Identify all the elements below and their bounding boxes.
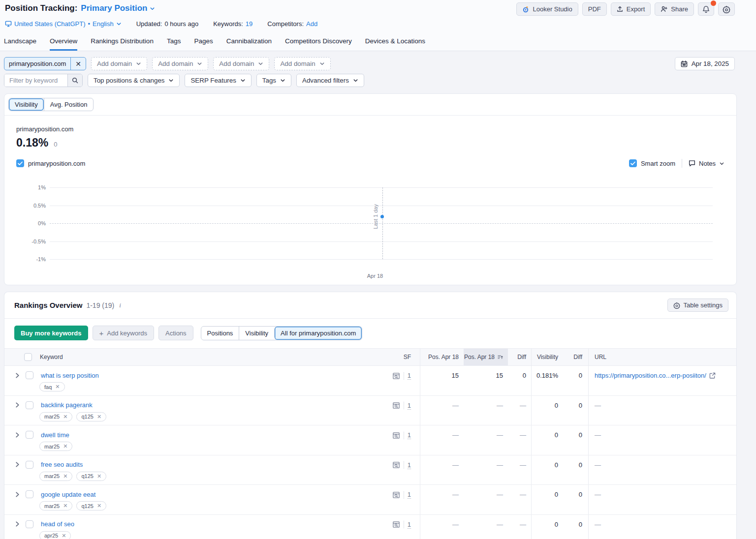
view-tab-positions[interactable]: Positions <box>201 327 239 340</box>
chip-close-icon[interactable]: ✕ <box>70 58 86 70</box>
pdf-button[interactable]: PDF <box>582 2 607 16</box>
date-picker-button[interactable]: Apr 18, 2025 <box>675 57 735 70</box>
location-language-selector[interactable]: United States (ChatGPT) • English <box>5 20 122 28</box>
tag-remove-icon[interactable]: ✕ <box>63 414 67 420</box>
table-settings-button[interactable]: Table settings <box>667 299 729 312</box>
keyword-link[interactable]: backlink pagerank <box>41 401 93 409</box>
diff-cell-value: — <box>520 402 526 409</box>
add-domain-button[interactable]: Add domain <box>274 57 330 70</box>
url-link[interactable]: https://primaryposition.co...erp-posiito… <box>595 372 716 379</box>
keyword-link[interactable]: free seo audits <box>41 461 83 468</box>
domain-chip[interactable]: primaryposition.com ✕ <box>4 57 86 70</box>
add-domain-button[interactable]: Add domain <box>91 57 147 70</box>
sf-count[interactable]: 1 <box>408 461 411 469</box>
tag-remove-icon[interactable]: ✕ <box>55 384 60 390</box>
chevron-right-icon[interactable] <box>15 462 20 467</box>
row-checkbox[interactable] <box>26 461 33 469</box>
keyword-line: head of seo <box>15 520 376 528</box>
table-header-diff2[interactable]: Diff <box>563 349 589 365</box>
tag-remove-icon[interactable]: ✕ <box>63 473 67 479</box>
table-header-diff1[interactable]: Diff <box>508 349 532 365</box>
keyword-tag[interactable]: q125✕ <box>76 472 106 481</box>
keyword-tag[interactable]: mar25✕ <box>39 472 72 481</box>
table-header-pos1[interactable]: Pos. Apr 18 <box>420 349 464 365</box>
share-button[interactable]: Share <box>655 2 694 16</box>
sf-count[interactable]: 1 <box>408 491 411 499</box>
chevron-right-icon[interactable] <box>15 432 20 438</box>
looker-studio-button[interactable]: Looker Studio <box>516 2 578 16</box>
keyword-tag[interactable]: q125✕ <box>76 501 106 510</box>
url-empty: — <box>595 521 601 528</box>
keyword-link[interactable]: what is serp position <box>41 372 99 379</box>
add-domain-button[interactable]: Add domain <box>213 57 269 70</box>
keyword-tag[interactable]: mar25✕ <box>39 412 72 421</box>
filter-dropdown-serp-features[interactable]: SERP Features <box>185 74 251 87</box>
view-tab-all-for-primaryposition-com[interactable]: All for primaryposition.com <box>274 327 362 340</box>
export-button[interactable]: Export <box>611 2 651 16</box>
chevron-right-icon[interactable] <box>15 492 20 497</box>
keyword-tag[interactable]: apr25✕ <box>39 531 71 539</box>
tag-remove-icon[interactable]: ✕ <box>97 414 101 420</box>
filter-dropdown-advanced-filters[interactable]: Advanced filters <box>296 74 364 87</box>
y-tick: 0.5% <box>25 203 46 209</box>
row-checkbox[interactable] <box>26 371 33 379</box>
chevron-right-icon[interactable] <box>15 521 20 527</box>
domain-legend-checkbox[interactable] <box>16 159 24 167</box>
select-all-checkbox[interactable] <box>24 353 32 361</box>
smart-zoom-toggle[interactable]: Smart zoom <box>629 159 675 167</box>
keyword-link[interactable]: head of seo <box>41 520 74 528</box>
add-keywords-button[interactable]: + Add keywords <box>93 326 154 340</box>
keyword-link[interactable]: google update eeat <box>41 491 95 498</box>
filter-dropdown-tags[interactable]: Tags <box>256 74 291 87</box>
diff-cell: 0 <box>508 366 532 395</box>
settings-button[interactable] <box>718 2 735 16</box>
chart-tab-avg-position[interactable]: Avg. Position <box>44 98 94 111</box>
sf-count[interactable]: 1 <box>408 372 411 380</box>
tab-tags[interactable]: Tags <box>167 37 181 51</box>
filter-dropdown-top-positions-changes[interactable]: Top positions & changes <box>88 74 180 87</box>
row-checkbox[interactable] <box>26 490 33 498</box>
notifications-button[interactable] <box>698 2 714 16</box>
tab-cannibalization[interactable]: Cannibalization <box>226 37 272 51</box>
keyword-link[interactable]: dwell time <box>41 431 69 439</box>
notes-toggle[interactable]: Notes <box>689 160 724 167</box>
info-icon[interactable]: i <box>119 301 121 309</box>
chevron-right-icon[interactable] <box>15 373 20 378</box>
smart-zoom-checkbox[interactable] <box>629 159 637 167</box>
tab-landscape[interactable]: Landscape <box>4 37 36 51</box>
search-button[interactable] <box>67 74 82 87</box>
actions-button[interactable]: Actions <box>158 326 193 340</box>
view-tab-visibility[interactable]: Visibility <box>239 327 274 340</box>
table-header-pos2-sorted[interactable]: Pos. Apr 18 <box>464 349 508 365</box>
tab-devices-locations[interactable]: Devices & Locations <box>365 37 425 51</box>
tag-remove-icon[interactable]: ✕ <box>63 443 67 449</box>
keyword-tag[interactable]: mar25✕ <box>39 501 72 510</box>
tab-pages[interactable]: Pages <box>194 37 213 51</box>
chevron-right-icon[interactable] <box>15 402 20 408</box>
sf-count[interactable]: 1 <box>408 402 411 410</box>
keywords-value[interactable]: 19 <box>246 20 252 28</box>
tag-remove-icon[interactable]: ✕ <box>97 473 101 479</box>
chart-tab-visibility[interactable]: Visibility <box>9 98 44 111</box>
sf-count[interactable]: 1 <box>408 521 411 529</box>
tab-competitors-discovery[interactable]: Competitors Discovery <box>285 37 352 51</box>
sf-count[interactable]: 1 <box>408 431 411 439</box>
row-checkbox[interactable] <box>26 431 33 439</box>
tag-remove-icon[interactable]: ✕ <box>62 533 66 539</box>
competitors-add-link[interactable]: Add <box>306 20 317 28</box>
keyword-cell: free seo auditsmar25✕q125✕ <box>4 455 376 485</box>
keyword-tag[interactable]: faq✕ <box>39 382 65 391</box>
tab-rankings-distribution[interactable]: Rankings Distribution <box>91 37 154 51</box>
keyword-filter-input[interactable] <box>4 74 67 87</box>
tag-remove-icon[interactable]: ✕ <box>63 503 67 509</box>
buy-keywords-button[interactable]: Buy more keywords <box>14 326 88 340</box>
project-selector[interactable]: Primary Position <box>81 3 155 13</box>
keyword-tag[interactable]: q125✕ <box>76 412 106 421</box>
add-domain-button[interactable]: Add domain <box>152 57 208 70</box>
row-checkbox[interactable] <box>26 520 33 528</box>
table-header-visibility[interactable]: Visibility <box>532 349 563 365</box>
tag-remove-icon[interactable]: ✕ <box>97 503 101 509</box>
keyword-tag[interactable]: mar25✕ <box>39 442 72 451</box>
row-checkbox[interactable] <box>26 401 33 409</box>
tab-overview[interactable]: Overview <box>50 37 77 51</box>
